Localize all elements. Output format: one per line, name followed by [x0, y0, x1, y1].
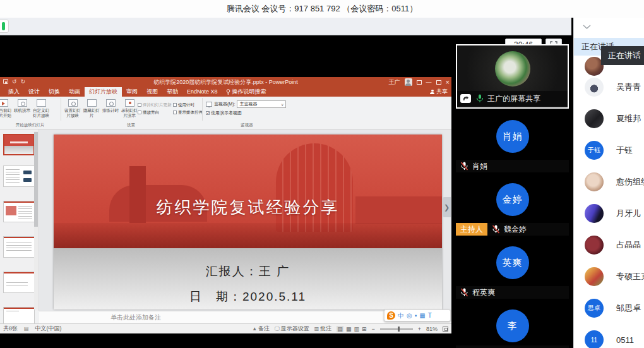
tile-name: 程英爽 — [469, 287, 495, 298]
presenter-view-checkbox[interactable]: ✓ 使用演示者视图 — [206, 109, 286, 117]
slide-thumbnail[interactable] — [3, 272, 35, 293]
monitor-select[interactable]: 主监视器 ∨ — [237, 100, 286, 108]
record-icon — [125, 99, 134, 107]
slide-thumbnail[interactable] — [3, 236, 35, 258]
participant-row[interactable]: 思卓 邹思卓 — [574, 292, 644, 324]
screen-share-icon — [460, 94, 471, 103]
group-label: 设置 — [63, 123, 199, 128]
ppt-share-button[interactable]: 共享 — [430, 87, 448, 97]
checkbox-checked: ✓ — [206, 111, 210, 115]
tell-me-search[interactable]: 操作说明搜索 — [222, 87, 270, 97]
slide-thumbnail[interactable] — [3, 201, 35, 222]
avatar — [585, 267, 604, 286]
participant-row[interactable]: 11 0511 — [574, 324, 644, 348]
comments-toggle[interactable]: ▥ 批注 — [314, 325, 332, 333]
normal-view-button[interactable]: ▤ — [337, 326, 343, 332]
tab-animations[interactable]: 动画 — [64, 87, 85, 97]
restore-button[interactable] — [436, 80, 441, 85]
avatar: 肖娟 — [496, 120, 529, 153]
ime-toolbar[interactable]: S 中 ◎ ▪ ▦ T — [384, 309, 451, 321]
display-settings-button[interactable]: 🖵 显示器设置 — [275, 325, 309, 333]
language-indicator[interactable]: 中文(中国) — [35, 325, 62, 333]
show-media-controls-checkbox[interactable]: 显示媒体控件 — [173, 110, 203, 116]
thumbnail-scrollbar[interactable] — [34, 131, 38, 309]
ime-toolbox-icon[interactable]: T — [428, 311, 432, 320]
slide-thumbnail[interactable] — [3, 134, 35, 155]
notes-toggle[interactable]: ▲ 备注 — [252, 325, 270, 333]
tencent-meeting-window: 腾讯会议 会议号：917 851 792 （会议密码：0511） 30:46 正… — [0, 0, 644, 348]
ime-mic-icon[interactable]: ▪ — [415, 311, 417, 320]
user-avatar[interactable] — [405, 78, 412, 86]
tab-slideshow[interactable]: 幻灯片放映 — [85, 87, 122, 97]
slideshow-view-button[interactable]: ⊞ — [362, 326, 367, 332]
slide-canvas[interactable]: 纺织学院复试经验分享 汇报人：王 广 日 期：2020.5.11 — [54, 135, 442, 309]
use-timings-checkbox[interactable]: 使用计时 — [173, 102, 194, 108]
participant-name: 专硕王克翠 — [616, 271, 644, 282]
tab-endnote[interactable]: EndNote X8 — [182, 87, 222, 97]
avatar — [585, 172, 604, 191]
record-slideshow-button[interactable]: 录制幻灯片演示 — [120, 98, 139, 117]
zoom-out-button[interactable]: − — [371, 326, 374, 332]
person-icon — [430, 90, 434, 95]
participant-name: 邹思卓 — [616, 303, 641, 314]
ime-punct-icon[interactable]: ◎ — [407, 311, 412, 320]
minimize-button[interactable]: — — [426, 79, 432, 85]
rehearse-timings-button[interactable]: 排练计时 — [101, 98, 120, 117]
participant-name: 0511 — [616, 335, 634, 345]
tab-design[interactable]: 设计 — [24, 87, 44, 97]
avatar: 金婷 — [496, 183, 529, 216]
participant-row[interactable]: 吴青青 — [574, 71, 644, 103]
avatar: 英爽 — [496, 246, 529, 279]
from-current-slide-button[interactable]: 从当前幻灯片开始 — [0, 98, 13, 117]
network-signal-icon — [0, 20, 9, 33]
next-slide-button[interactable]: ❯ — [443, 197, 451, 217]
video-tile[interactable]: 金婷 主持人 魏金婷 — [456, 173, 569, 236]
avatar — [585, 236, 604, 255]
fit-to-window-button[interactable] — [443, 327, 448, 332]
setup-slideshow-button[interactable]: 设置幻灯片放映 — [63, 98, 82, 117]
participant-row[interactable]: 于钰 于钰 — [574, 135, 644, 166]
avatar — [585, 78, 604, 97]
keep-slides-updated-checkbox[interactable]: 保持幻灯片更新 — [138, 102, 173, 108]
video-tile[interactable]: 肖娟 肖娟 — [456, 110, 569, 173]
ribbon-options-icon[interactable] — [417, 80, 422, 85]
custom-slideshow-button[interactable]: 自定义幻灯片放映 — [32, 98, 51, 117]
participant-row[interactable]: 月牙儿 — [574, 198, 644, 229]
sogou-logo[interactable]: S — [387, 311, 395, 320]
tile-name: 肖娟 — [469, 161, 487, 172]
video-tile[interactable]: 李 李 — [456, 299, 569, 348]
participant-row[interactable]: 愈伤组织 — [574, 166, 644, 198]
slide-sorter-view-button[interactable]: ▦ — [346, 326, 352, 332]
hide-slide-button[interactable]: 隐藏幻灯片 — [82, 98, 101, 117]
participant-row[interactable]: 专硕王克翠 — [574, 261, 644, 292]
mic-muted-icon — [460, 162, 469, 171]
tab-insert[interactable]: 插入 — [4, 87, 24, 97]
reading-view-button[interactable]: ▥ — [354, 326, 359, 332]
document-area: 纺织学院复试经验分享 汇报人：王 广 日 期：2020.5.11 ❯ — [0, 129, 451, 311]
ime-lang-icon[interactable]: 中 — [398, 311, 404, 320]
ime-keyboard-icon[interactable]: ▦ — [419, 311, 425, 320]
tab-help[interactable]: 帮助 — [162, 87, 182, 97]
present-online-button[interactable]: 联机演示 — [13, 98, 32, 117]
video-tile-screen-share[interactable]: 王广的屏幕共享 — [456, 44, 569, 109]
participant-row[interactable]: 占晶晶 — [574, 229, 644, 261]
tab-view[interactable]: 视图 — [142, 87, 162, 97]
play-narrations-checkbox[interactable]: 播放旁白 — [138, 110, 173, 116]
slide-cover-photo: 纺织学院复试经验分享 — [54, 135, 442, 248]
video-tile[interactable]: 英爽 程英爽 — [456, 236, 569, 299]
slide-thumbnail[interactable] — [3, 165, 35, 187]
zoom-slider[interactable] — [380, 328, 413, 330]
tab-transitions[interactable]: 切换 — [44, 87, 64, 97]
ppt-user-name: 王广 — [389, 78, 400, 87]
online-icon — [18, 99, 27, 107]
zoom-slider-thumb[interactable] — [398, 327, 400, 332]
avatar — [495, 51, 530, 87]
tab-review[interactable]: 审阅 — [122, 87, 142, 97]
participant-row[interactable]: 夏维邦 — [574, 103, 644, 135]
collapse-panel-button[interactable] — [583, 23, 591, 31]
close-button[interactable]: × — [446, 78, 450, 86]
zoom-in-button[interactable]: + — [418, 326, 421, 332]
ppt-window-controls: 王广 — × — [389, 77, 450, 87]
zoom-percent[interactable]: 81% — [426, 326, 438, 332]
group-divider — [61, 98, 61, 121]
